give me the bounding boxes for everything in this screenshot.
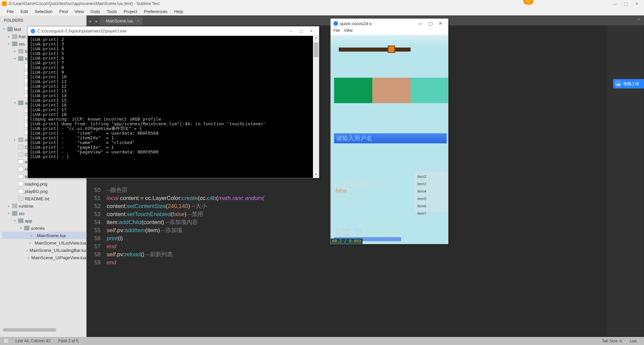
disclosure-icon: ▾ <box>14 101 18 105</box>
username-input[interactable]: 请输入用户名 <box>334 133 447 143</box>
game-menu-view[interactable]: View <box>344 28 353 35</box>
tree-item[interactable]: loading.png <box>2 180 86 188</box>
update-badge[interactable]: 81 <box>523 0 533 5</box>
scroll-thumb[interactable] <box>314 43 318 57</box>
tab-mainscene[interactable]: MainScene.lua × <box>100 17 143 25</box>
tile-teal[interactable] <box>411 78 448 103</box>
close-button[interactable]: ✕ <box>631 1 642 6</box>
scroll-down-icon[interactable]: ▾ <box>313 172 319 178</box>
fill-label: 填充 <box>331 84 331 91</box>
game-canvas[interactable]: 填充 请输入用户名 cx - 160,display.cy - 2 e(fals… <box>331 35 448 244</box>
status-field: Field 2 of 5 <box>54 339 82 343</box>
minimize-button[interactable]: — <box>610 1 621 6</box>
disclosure-icon: ▸ <box>14 138 18 141</box>
folder-icon <box>12 204 17 208</box>
tree-item[interactable]: ▾scenes <box>2 224 86 232</box>
maximize-button[interactable]: ▢ <box>621 1 631 6</box>
game-menu-file[interactable]: File <box>333 28 340 35</box>
sky-background <box>331 35 448 47</box>
game-close[interactable]: ✕ <box>435 21 445 26</box>
menu-goto[interactable]: Goto <box>87 9 103 14</box>
console-maximize[interactable]: ▢ <box>296 29 306 33</box>
tree-label: MainScene_UIPageView.lua <box>31 255 86 260</box>
lua-icon <box>26 248 28 253</box>
console-scrollbar[interactable]: ▴ ▾ <box>313 36 319 178</box>
line-number: 55 <box>87 226 107 234</box>
tree-item[interactable]: ▾src <box>2 210 86 217</box>
console-minimize[interactable]: — <box>286 29 296 33</box>
game-minimize[interactable]: — <box>415 21 425 26</box>
menu-selection[interactable]: Selection <box>31 9 56 14</box>
list-item[interactable]: item6 <box>417 202 445 210</box>
line-number: 51 <box>87 194 107 202</box>
tree-item[interactable]: ▾app <box>2 217 86 224</box>
menu-preferences[interactable]: Preferences <box>141 9 171 14</box>
folder-o-icon <box>18 56 23 61</box>
img-icon <box>18 189 23 194</box>
lua-icon <box>29 240 33 245</box>
menu-view[interactable]: View <box>71 9 87 14</box>
tree-item[interactable]: MainScene_UIPageView.lua <box>2 254 86 261</box>
folder-o-icon <box>18 100 23 105</box>
upload-widget[interactable]: ☁ 拖拽上传 <box>613 79 644 88</box>
tab-overflow-icon[interactable]: ▾ <box>638 17 643 22</box>
tree-item[interactable]: MainScene.lua <box>2 232 86 239</box>
code-content: content:setTouchEnabled(false) --禁用 <box>107 210 203 218</box>
tile-tan[interactable] <box>372 78 411 103</box>
menu-tools[interactable]: Tools <box>103 9 120 14</box>
tree-item[interactable]: ▸runtime <box>2 202 86 210</box>
list-item[interactable]: item2 <box>417 173 445 180</box>
menu-project[interactable]: Project <box>120 9 141 14</box>
game-maximize[interactable]: ▢ <box>425 21 435 26</box>
console-app-icon <box>31 29 35 33</box>
list-item[interactable]: item4 <box>417 188 445 195</box>
menu-file[interactable]: File <box>3 9 17 14</box>
disclosure-icon: ▾ <box>8 42 12 46</box>
tree-item[interactable]: MainScene_UILoadingBar.lua <box>2 247 86 254</box>
cloud-upload-icon: ☁ <box>614 80 622 87</box>
tile-green[interactable] <box>334 78 372 103</box>
slider-track[interactable] <box>339 48 411 52</box>
partial-code-overlay: cx - 160,display.cy - 2 e(false) <box>331 181 382 194</box>
code-content: end <box>107 243 116 251</box>
statusbar-icon[interactable] <box>3 339 9 343</box>
folder-icon <box>18 49 23 54</box>
console-close[interactable]: ✕ <box>306 29 316 33</box>
menu-find[interactable]: Find <box>56 9 71 14</box>
tab-close-icon[interactable]: × <box>137 19 139 23</box>
tree-label: src <box>19 211 24 216</box>
line-number: 50 <box>87 186 107 194</box>
game-titlebar[interactable]: quick-cocos2d-x — ▢ ✕ <box>331 19 448 28</box>
window-title: D:\LearnGame\Cocos\Quick\test\src\app\sc… <box>9 1 159 6</box>
code-line[interactable]: 59end <box>87 259 607 267</box>
menu-help[interactable]: Help <box>171 9 186 14</box>
minimap[interactable] <box>607 25 644 337</box>
status-tabsize[interactable]: Tab Size: 4 <box>598 339 626 343</box>
game-title: quick-cocos2d-x <box>340 21 372 26</box>
list-item[interactable]: item3 <box>417 180 445 188</box>
tree-item[interactable]: README.txt <box>2 195 86 202</box>
disclosure-icon: ▾ <box>14 57 18 60</box>
fps-counter: 60.2 / 0.003 <box>331 238 363 244</box>
console-titlebar[interactable]: C:\cocos\quick-3.3\quick\player\win32\pl… <box>28 26 319 36</box>
item-list[interactable]: item2item3item4item5item6item7 <box>415 171 448 212</box>
tree-label: fran <box>19 34 26 39</box>
slider-thumb[interactable] <box>388 46 395 53</box>
folder-icon <box>12 34 17 39</box>
console-output[interactable]: [LUA-print] 2 [LUA-print] 3 [LUA-print] … <box>28 36 313 178</box>
list-item[interactable]: item5 <box>417 195 445 202</box>
disclosure-icon: ▸ <box>14 50 18 53</box>
tree-item[interactable]: MainScene_UIListView.lua <box>2 239 86 247</box>
folder-icon <box>18 137 23 142</box>
tree-item[interactable]: playBG.png <box>2 188 86 195</box>
tab-nav-next[interactable]: ▸ <box>93 19 100 25</box>
disclosure-icon: ▸ <box>8 35 12 38</box>
sidebar-hscroll-thumb[interactable] <box>3 328 56 332</box>
scroll-up-icon[interactable]: ▴ <box>313 36 319 41</box>
status-language[interactable]: Lua <box>626 339 641 343</box>
code-line[interactable]: 58 self.pv:reload() --刷新列表 <box>87 251 607 259</box>
tab-nav-prev[interactable]: ◂ <box>87 19 93 25</box>
menu-edit[interactable]: Edit <box>17 9 31 14</box>
tree-label: loading.png <box>25 182 47 187</box>
statusbar: Line 44, Column 43 Field 2 of 5 Tab Size… <box>0 337 644 345</box>
